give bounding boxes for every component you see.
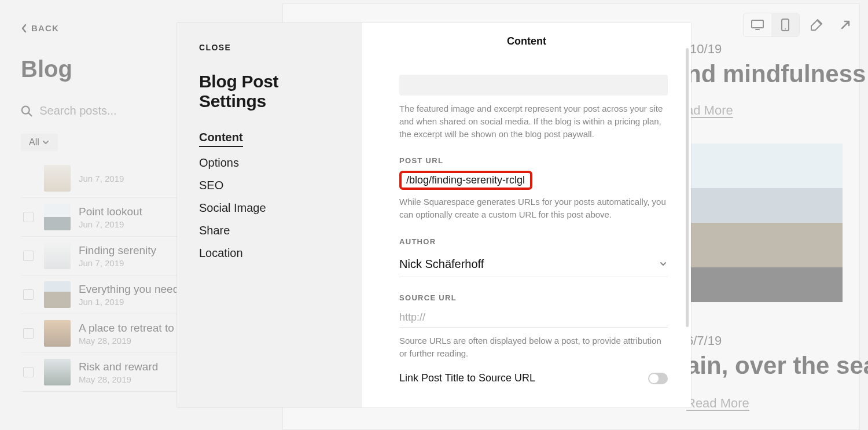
modal-heading: Content [362,23,691,47]
link-title-label: Link Post Title to Source URL [399,372,535,384]
settings-modal: CLOSE Blog Post Settings Content Options… [177,23,691,407]
chevron-down-icon [659,259,668,269]
modal-title: Blog Post Settings [199,72,340,111]
close-button[interactable]: CLOSE [199,43,231,52]
author-select[interactable]: Nick Schäferhoff [399,252,668,277]
post-url-input[interactable]: /blog/finding-serenity-rclgl [399,171,532,190]
source-url-help: Source URLs are often displayed below a … [399,335,668,360]
tab-share[interactable]: Share [199,224,340,237]
author-value: Nick Schäferhoff [399,258,484,271]
featured-image-box[interactable] [399,75,668,95]
post-url-label: POST URL [399,156,668,165]
tab-location[interactable]: Location [199,247,340,260]
scrollbar[interactable] [686,48,689,327]
tab-options[interactable]: Options [199,156,340,170]
tab-social-image[interactable]: Social Image [199,201,340,215]
featured-help-text: The featured image and excerpt represent… [399,102,668,140]
link-title-toggle[interactable] [648,373,668,384]
post-url-help: While Squarespace generates URLs for you… [399,196,668,221]
source-url-label: SOURCE URL [399,293,668,302]
author-label: AUTHOR [399,237,668,246]
tab-seo[interactable]: SEO [199,179,340,192]
source-url-input[interactable] [399,308,668,328]
post-url-value: /blog/finding-serenity-rclgl [406,174,525,186]
tab-content[interactable]: Content [199,131,243,147]
